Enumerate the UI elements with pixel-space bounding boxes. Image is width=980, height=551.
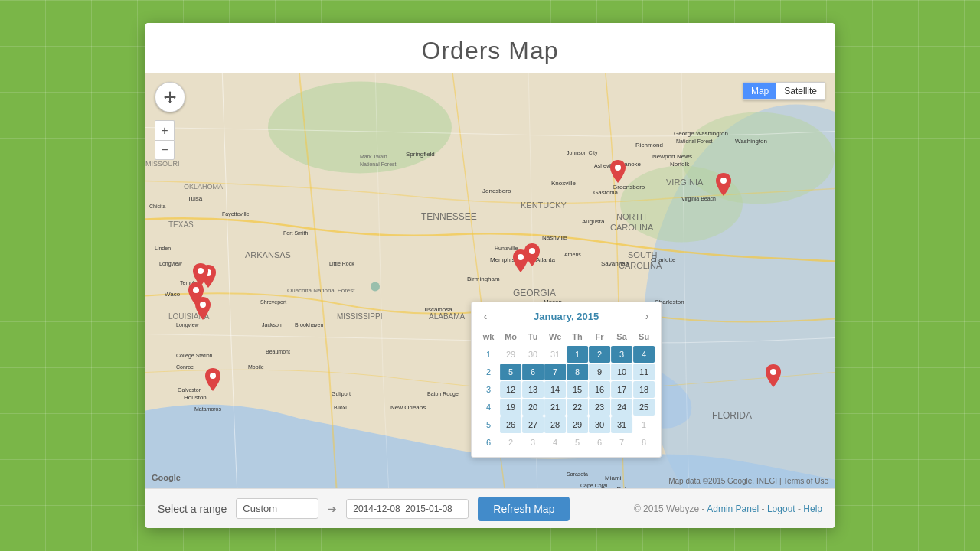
calendar-day[interactable]: 31: [611, 416, 632, 433]
calendar-day[interactable]: 8: [567, 364, 588, 380]
map-view-button[interactable]: Map: [743, 83, 776, 99]
svg-text:NORTH: NORTH: [616, 212, 646, 221]
pan-button[interactable]: [155, 82, 185, 112]
svg-text:CAROLINA: CAROLINA: [610, 223, 654, 232]
calendar-day[interactable]: 10: [611, 364, 632, 380]
map-pin[interactable]: [766, 364, 781, 390]
calendar-day[interactable]: 27: [522, 416, 544, 433]
calendar-day[interactable]: 6: [589, 434, 610, 451]
svg-text:College Station: College Station: [176, 353, 213, 359]
calendar-day[interactable]: 22: [567, 399, 588, 416]
copyright-link[interactable]: Help: [803, 504, 822, 514]
calendar-day[interactable]: 30: [522, 346, 544, 363]
calendar-header-cell: We: [544, 328, 566, 345]
refresh-map-button[interactable]: Refresh Map: [478, 497, 570, 521]
svg-text:ARKANSAS: ARKANSAS: [245, 250, 291, 259]
map-pin[interactable]: [195, 297, 211, 323]
map-pin[interactable]: [610, 160, 626, 186]
calendar-prev-button[interactable]: ‹: [478, 308, 493, 324]
calendar-day[interactable]: 4: [633, 346, 655, 363]
zoom-out-button[interactable]: −: [155, 140, 175, 160]
calendar-day[interactable]: 31: [544, 346, 566, 363]
date-range-input[interactable]: [346, 499, 469, 519]
svg-point-96: [615, 165, 621, 171]
svg-text:Birmingham: Birmingham: [467, 276, 500, 282]
svg-text:Tulsa: Tulsa: [188, 195, 203, 202]
calendar-day[interactable]: 11: [633, 364, 655, 380]
calendar-day[interactable]: 12: [500, 381, 521, 398]
calendar-header-cell: Su: [633, 328, 655, 345]
svg-text:Gulfport: Gulfport: [332, 391, 351, 397]
calendar-day[interactable]: 2: [500, 434, 521, 451]
svg-text:Tuscaloosa: Tuscaloosa: [421, 306, 452, 313]
calendar-week-number: 2: [478, 364, 499, 380]
calendar-day[interactable]: 26: [500, 416, 521, 433]
svg-point-97: [720, 178, 727, 184]
map-pan-control: [155, 82, 185, 112]
calendar-day[interactable]: 23: [589, 399, 610, 416]
calendar-day[interactable]: 1: [633, 416, 655, 433]
calendar-day[interactable]: 3: [611, 346, 632, 363]
map-area: ARKANSAS MISSISSIPPI ALABAMA GEORGIA SOU…: [145, 73, 835, 488]
calendar-day[interactable]: 28: [544, 416, 566, 433]
map-pin[interactable]: [205, 368, 220, 394]
svg-text:National Forest: National Forest: [360, 161, 397, 167]
calendar-day[interactable]: 25: [633, 399, 655, 416]
svg-text:Fort Smith: Fort Smith: [283, 230, 308, 236]
svg-text:Fayetteville: Fayetteville: [222, 211, 250, 217]
calendar-day[interactable]: 1: [567, 346, 588, 363]
satellite-view-button[interactable]: Satellite: [776, 83, 825, 99]
calendar-day[interactable]: 21: [544, 399, 566, 416]
calendar-day[interactable]: 5: [567, 434, 588, 451]
svg-text:Houston: Houston: [184, 394, 207, 401]
calendar-next-button[interactable]: ›: [639, 308, 655, 324]
calendar-day[interactable]: 5: [500, 364, 521, 380]
calendar-week-number: 6: [478, 434, 499, 451]
svg-text:Waco: Waco: [165, 291, 181, 298]
calendar-day[interactable]: 2: [589, 346, 610, 363]
svg-text:Sarasota: Sarasota: [567, 471, 588, 477]
svg-point-92: [193, 287, 199, 293]
copyright-link[interactable]: Logout: [767, 504, 795, 514]
calendar-day[interactable]: 3: [522, 434, 544, 451]
calendar-day[interactable]: 15: [567, 381, 588, 398]
svg-point-94: [518, 254, 524, 260]
calendar-day[interactable]: 20: [522, 399, 544, 416]
calendar-day[interactable]: 29: [567, 416, 588, 433]
svg-text:Mark Twain: Mark Twain: [360, 154, 387, 159]
range-select[interactable]: CustomTodayLast 7 DaysLast 30 DaysThis M…: [236, 498, 318, 519]
calendar-day[interactable]: 7: [611, 434, 632, 451]
calendar-day[interactable]: 9: [589, 364, 610, 380]
calendar-day[interactable]: 4: [544, 434, 566, 451]
calendar-header-cell: wk: [478, 328, 499, 345]
map-pin[interactable]: [716, 173, 731, 199]
calendar-week-number: 1: [478, 346, 499, 363]
map-pin[interactable]: [524, 243, 540, 269]
calendar-day[interactable]: 19: [500, 399, 521, 416]
svg-text:OKLAHOMA: OKLAHOMA: [184, 183, 223, 191]
svg-text:TEXAS: TEXAS: [168, 220, 194, 229]
svg-text:FLORIDA: FLORIDA: [712, 410, 752, 421]
calendar-day[interactable]: 13: [522, 381, 544, 398]
calendar-day[interactable]: 8: [633, 434, 655, 451]
calendar-day[interactable]: 29: [500, 346, 521, 363]
calendar-day[interactable]: 17: [611, 381, 632, 398]
copyright-link[interactable]: Admin Panel: [707, 504, 759, 514]
calendar-day[interactable]: 30: [589, 416, 610, 433]
calendar-day[interactable]: 6: [522, 364, 544, 380]
svg-text:VIRGINIA: VIRGINIA: [666, 178, 704, 187]
calendar-week-number: 5: [478, 416, 499, 433]
svg-text:KENTUCKY: KENTUCKY: [521, 201, 567, 210]
svg-text:Galveston: Galveston: [178, 387, 202, 393]
svg-text:Richmond: Richmond: [635, 142, 663, 148]
calendar-day[interactable]: 7: [544, 364, 566, 380]
svg-text:Charlotte: Charlotte: [651, 256, 676, 263]
svg-text:Ouachita National Forest: Ouachita National Forest: [287, 287, 355, 294]
zoom-in-button[interactable]: +: [155, 120, 175, 140]
calendar-day[interactable]: 16: [589, 381, 610, 398]
arrow-icon: ➔: [328, 503, 337, 515]
calendar-day[interactable]: 24: [611, 399, 632, 416]
calendar-day[interactable]: 18: [633, 381, 655, 398]
map-type-control: Map Satellite: [743, 82, 825, 100]
calendar-day[interactable]: 14: [544, 381, 566, 398]
